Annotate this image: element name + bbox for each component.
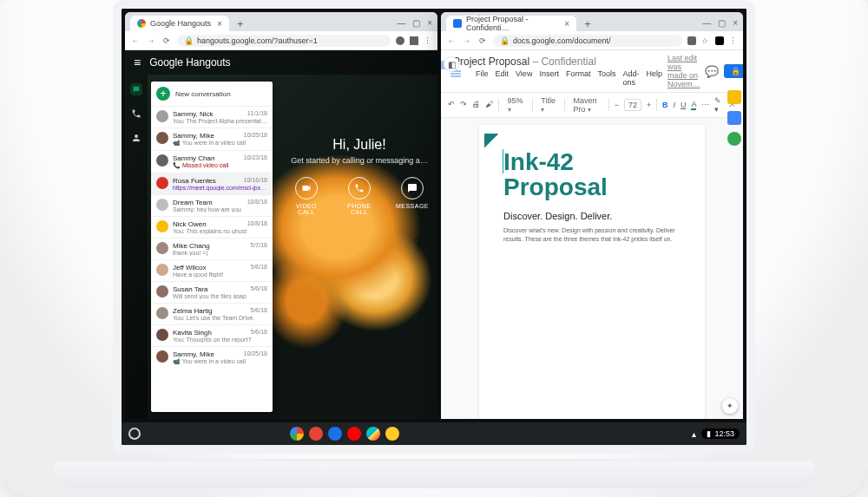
keep-icon[interactable] xyxy=(727,90,741,104)
app-gmail-icon[interactable] xyxy=(309,427,323,441)
bold-icon[interactable]: B xyxy=(662,101,668,109)
window-maximize-icon[interactable]: ▢ xyxy=(412,18,420,28)
document-page[interactable]: Ink-42 Proposal Discover. Design. Delive… xyxy=(479,125,705,419)
address-bar[interactable]: 🔒 hangouts.google.com/?authuser=1 xyxy=(177,35,391,47)
window-close-icon[interactable]: × xyxy=(733,18,738,28)
undo-icon[interactable]: ↶ xyxy=(448,100,455,110)
chrome-menu-icon[interactable]: ⋮ xyxy=(729,36,738,45)
menu-file[interactable]: File xyxy=(476,69,489,87)
app-files-icon[interactable] xyxy=(385,427,399,441)
conversation-item[interactable]: Jeff Wilcox5/6/18Have a good flight! xyxy=(151,259,273,281)
meet-link[interactable]: https://meet.google.com/msd-jpx-lfx xyxy=(173,185,267,191)
contacts-tab-icon[interactable] xyxy=(130,132,142,144)
menu-view[interactable]: View xyxy=(516,69,532,87)
app-docs-icon[interactable] xyxy=(328,427,342,441)
tasks-icon[interactable] xyxy=(727,132,741,146)
browser-tab[interactable]: Google Hangouts × xyxy=(130,16,229,31)
extension-icon[interactable] xyxy=(687,36,696,45)
nav-reload-icon[interactable]: ⟳ xyxy=(477,36,488,45)
address-bar[interactable]: 🔒 docs.google.com/document/ xyxy=(493,35,682,47)
menu-format[interactable]: Format xyxy=(566,69,591,87)
new-conversation-button[interactable]: + New conversation xyxy=(151,82,273,106)
new-tab-button[interactable]: + xyxy=(234,17,247,29)
conversation-item[interactable]: Rosa Fuentes10/16/18https://meet.google.… xyxy=(151,173,273,194)
notifications-icon[interactable]: ▴ xyxy=(692,429,696,439)
tab-close-icon[interactable]: × xyxy=(217,19,222,29)
window-close-icon[interactable]: × xyxy=(427,18,432,28)
conversation-item[interactable]: Zelma Hartig5/6/18You: Let's use the Tea… xyxy=(151,303,273,324)
window-docs[interactable]: Project Proposal - Confidenti… × + — ▢ ×… xyxy=(441,12,743,419)
menu-add-ons[interactable]: Add-ons xyxy=(622,69,639,87)
paint-format-icon[interactable]: 🖌 xyxy=(485,100,493,110)
extension-icon[interactable] xyxy=(410,36,418,45)
menu-help[interactable]: Help xyxy=(646,69,662,87)
phone-call-button[interactable]: PHONE CALL xyxy=(342,177,377,215)
font-size-increase[interactable]: + xyxy=(647,101,651,109)
chat-tab-icon[interactable] xyxy=(130,83,142,95)
font-size-input[interactable]: 72 xyxy=(624,99,641,111)
app-play-icon[interactable] xyxy=(366,427,380,441)
zoom-select[interactable]: 95% xyxy=(504,95,527,114)
print-icon[interactable]: 🖨 xyxy=(472,100,480,110)
font-select[interactable]: Maven Pro xyxy=(570,95,604,114)
editing-mode-icon[interactable]: ✎ ▾ xyxy=(714,96,723,114)
launcher-button[interactable] xyxy=(128,428,141,440)
window-minimize-icon[interactable]: — xyxy=(397,18,405,28)
menu-edit[interactable]: Edit xyxy=(496,69,510,87)
underline-icon[interactable]: U xyxy=(681,101,687,109)
conversation-item[interactable]: Sammy, Nick11/1/18You: The Project Alpha… xyxy=(151,106,273,128)
system-tray[interactable]: ▴ ▮ 12:53 xyxy=(692,428,740,439)
conversation-item[interactable]: Kavita Singh5/6/18You: Thoughts on the r… xyxy=(151,324,273,346)
conversation-name: Rosa Fuentes xyxy=(173,177,216,185)
chrome-menu-icon[interactable]: ⋮ xyxy=(424,36,432,45)
paragraph-style-select[interactable]: Title xyxy=(537,95,559,114)
more-toolbar-icon[interactable]: ⋯ xyxy=(701,101,709,109)
text-color-icon[interactable]: A xyxy=(691,100,696,110)
comments-icon[interactable]: 💬 xyxy=(705,65,719,78)
font-size-decrease[interactable]: − xyxy=(615,101,619,109)
document-title[interactable]: Project Proposal – Confidential xyxy=(453,56,596,68)
doc-body-text[interactable]: Discover what's new. Design with passion… xyxy=(503,226,681,244)
window-maximize-icon[interactable]: ▢ xyxy=(718,18,726,28)
browser-tab[interactable]: Project Proposal - Confidenti… × xyxy=(446,16,576,31)
share-button[interactable]: 🔒 Share xyxy=(724,64,743,78)
conversation-date: 11/1/18 xyxy=(247,110,267,118)
conversation-item[interactable]: Sammy, Mike10/25/18📹 You were in a video… xyxy=(151,128,273,150)
conversation-item[interactable]: Nick Owen10/8/18You: This explains no gh… xyxy=(151,216,273,238)
star-icon[interactable]: ☆ xyxy=(701,36,710,45)
last-edit-link[interactable]: Last edit was made on Novem… xyxy=(667,54,700,88)
explore-button[interactable]: ✦ xyxy=(722,398,738,414)
document-canvas[interactable]: ◧ Ink-42 Proposal Discover. Design. Deli… xyxy=(441,118,743,419)
conversation-preview: thank you! =) xyxy=(173,250,267,256)
message-button[interactable]: MESSAGE xyxy=(396,177,429,215)
app-chrome-icon[interactable] xyxy=(290,427,304,441)
nav-forward-icon[interactable]: → xyxy=(462,36,472,45)
redo-icon[interactable]: ↷ xyxy=(460,100,467,110)
conversation-item[interactable]: Mike Chang5/7/18thank you! =) xyxy=(151,238,273,259)
menu-icon[interactable]: ≡ xyxy=(134,56,141,69)
conversation-item[interactable]: Susan Tara5/6/18Will send you the files … xyxy=(151,281,273,303)
nav-back-icon[interactable]: ← xyxy=(446,36,457,45)
avatar xyxy=(156,242,168,254)
extension-icon[interactable] xyxy=(396,36,404,45)
video-call-button[interactable]: VIDEO CALL xyxy=(290,177,323,215)
phone-tab-icon[interactable] xyxy=(130,108,142,120)
doc-subtitle[interactable]: Discover. Design. Deliver. xyxy=(503,211,681,221)
tab-close-icon[interactable]: × xyxy=(564,19,569,29)
window-hangouts[interactable]: Google Hangouts × + — ▢ × ← → ⟳ 🔒 xyxy=(125,12,437,419)
nav-forward-icon[interactable]: → xyxy=(146,36,156,45)
nav-reload-icon[interactable]: ⟳ xyxy=(161,36,172,45)
conversation-item[interactable]: Sammy Chan10/23/18📞 Missed video call xyxy=(151,150,273,173)
app-youtube-icon[interactable] xyxy=(347,427,361,441)
calendar-icon[interactable] xyxy=(727,111,741,125)
menu-tools[interactable]: Tools xyxy=(597,69,615,87)
window-minimize-icon[interactable]: — xyxy=(702,18,711,28)
italic-icon[interactable]: I xyxy=(673,101,675,109)
doc-heading[interactable]: Ink-42 Proposal xyxy=(503,149,681,200)
conversation-item[interactable]: Sammy, Mike10/25/18📹 You were in a video… xyxy=(151,346,273,369)
nav-back-icon[interactable]: ← xyxy=(130,36,141,45)
menu-insert[interactable]: Insert xyxy=(539,69,559,87)
conversation-item[interactable]: Dream Team10/8/18Sammy: hey how are you xyxy=(151,194,273,216)
extension-icon[interactable] xyxy=(715,36,724,45)
new-tab-button[interactable]: + xyxy=(582,17,594,29)
